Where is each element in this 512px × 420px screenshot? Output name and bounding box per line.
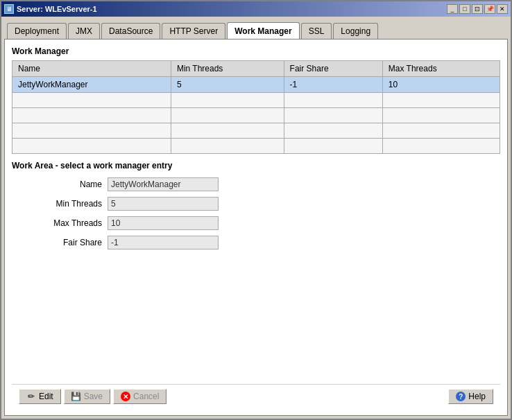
bottom-bar: ✏ Edit 💾 Save ✕ Cancel ? Help [12,384,500,408]
cancel-label: Cancel [133,392,159,401]
main-panel: Work Manager Name Min Threads Fair Share… [4,39,508,416]
help-button-area: ? Help [448,389,493,404]
cell-fair-share: -1 [284,77,382,93]
max-threads-input[interactable] [108,216,219,230]
cell-max-threads: 10 [382,77,500,93]
edit-icon: ✏ [26,392,36,401]
table-row[interactable]: JettyWorkManager 5 -1 10 [12,77,500,93]
tab-logging[interactable]: Logging [333,23,378,39]
min-threads-label: Min Threads [33,197,102,211]
tab-deployment[interactable]: Deployment [7,23,67,39]
tab-http-server[interactable]: HTTP Server [162,23,225,39]
window-icon: 🖥 [4,4,14,14]
main-window: 🖥 Server: WLEvServer-1 _ □ ⊡ 📌 ✕ Deploym… [0,0,512,420]
table-header-row: Name Min Threads Fair Share Max Threads [12,61,500,77]
table-row[interactable] [12,93,500,108]
col-name: Name [12,61,171,77]
section-title: Work Manager Name Min Threads Fair Share… [12,46,500,154]
name-input[interactable] [108,177,219,191]
maximize-button[interactable]: ⊡ [472,4,483,14]
cell-max-threads [382,93,500,108]
cell-min-threads [171,93,284,108]
close-button[interactable]: ✕ [497,4,508,14]
save-icon: 💾 [71,392,81,401]
help-label: Help [468,392,486,401]
work-area-title: Work Area - select a work manager entry [12,161,500,170]
fair-share-label: Fair Share [33,236,102,250]
save-label: Save [84,392,103,401]
help-button[interactable]: ? Help [448,389,493,404]
tab-bar: Deployment JMX DataSource HTTP Server Wo… [4,19,508,39]
cancel-icon: ✕ [121,392,130,401]
restore-button[interactable]: □ [459,4,470,14]
cell-name [12,93,171,108]
cell-min-threads: 5 [171,77,284,93]
work-area-section: Work Area - select a work manager entry … [12,161,500,377]
fair-share-input[interactable] [108,236,219,250]
save-button[interactable]: 💾 Save [64,389,110,404]
tab-ssl[interactable]: SSL [301,23,332,39]
table-row[interactable] [12,139,500,154]
window-title: Server: WLEvServer-1 [17,5,97,13]
help-icon: ? [456,392,466,401]
cell-fair-share [284,93,382,108]
name-label: Name [33,177,102,191]
tab-jmx[interactable]: JMX [68,23,100,39]
work-manager-table: Name Min Threads Fair Share Max Threads … [12,60,500,154]
col-fair-share: Fair Share [284,61,382,77]
cell-name: JettyWorkManager [12,77,171,93]
col-min-threads: Min Threads [171,61,284,77]
title-buttons: _ □ ⊡ 📌 ✕ [447,4,508,14]
tab-datasource[interactable]: DataSource [101,23,160,39]
table-row[interactable] [12,123,500,139]
work-area-form: Name Min Threads Max Threads Fair Share [33,177,296,250]
pin-button[interactable]: 📌 [484,4,495,14]
cancel-button[interactable]: ✕ Cancel [113,389,167,404]
col-max-threads: Max Threads [382,61,500,77]
action-buttons: ✏ Edit 💾 Save ✕ Cancel [19,389,167,404]
title-bar-left: 🖥 Server: WLEvServer-1 [4,4,97,14]
table-row[interactable] [12,108,500,123]
tab-work-manager[interactable]: Work Manager [227,22,299,39]
max-threads-label: Max Threads [33,216,102,230]
min-threads-input[interactable] [108,197,219,211]
edit-label: Edit [39,392,53,401]
minimize-button[interactable]: _ [447,4,458,14]
edit-button[interactable]: ✏ Edit [19,389,61,404]
title-bar: 🖥 Server: WLEvServer-1 _ □ ⊡ 📌 ✕ [1,1,511,17]
content-area: Deployment JMX DataSource HTTP Server Wo… [1,17,511,419]
